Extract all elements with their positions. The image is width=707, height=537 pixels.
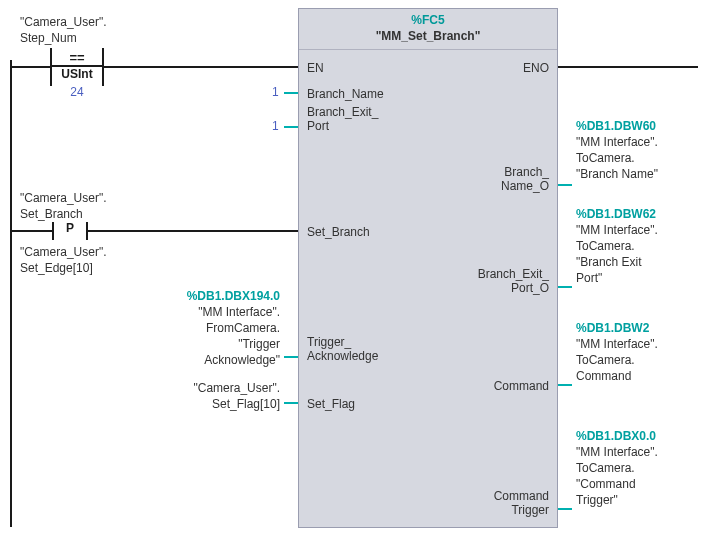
block-address: %FC5 [299, 9, 557, 29]
const-branch-exit-port: 1 [272, 118, 279, 134]
p-contact-letter: P [52, 221, 88, 235]
wire-setbranch-1 [10, 230, 52, 232]
command-trigger-addr: %DB1.DBX0.0 [576, 428, 658, 444]
port-command: Command [494, 379, 549, 393]
branch-name-o-addr: %DB1.DBW60 [576, 118, 658, 134]
cmp-type: USInt [50, 67, 104, 81]
branch-exit-port-o-addr: %DB1.DBW62 [576, 206, 658, 222]
cmp-op: == [50, 50, 104, 65]
stub-branch-exit-port [284, 126, 298, 128]
port-eno: ENO [523, 61, 549, 75]
command-sym: "MM Interface". ToCamera. Command [576, 336, 658, 384]
stub-trigger-ack [284, 356, 298, 358]
port-branch-name: Branch_Name [307, 87, 384, 101]
comparator: == USInt 24 [50, 50, 104, 99]
wire-setbranch-2 [88, 230, 298, 232]
command-operand: %DB1.DBW2 "MM Interface". ToCamera. Comm… [576, 320, 658, 384]
branch-name-o-sym: "MM Interface". ToCamera. "Branch Name" [576, 134, 658, 182]
p-contact-operand: "Camera_User". Set_Branch [20, 190, 107, 222]
trigger-ack-operand: %DB1.DBX194.0 "MM Interface". FromCamera… [160, 288, 280, 368]
stub-command [558, 384, 572, 386]
port-set-flag: Set_Flag [307, 397, 355, 411]
stub-branch-exit-port-o [558, 286, 572, 288]
port-trigger-ack: Trigger_ Acknowledge [307, 335, 378, 363]
wire-eno [558, 66, 698, 68]
cmp-value: 24 [50, 85, 104, 99]
branch-exit-port-o-sym: "MM Interface". ToCamera. "Branch Exit P… [576, 222, 658, 286]
stub-branch-name-o [558, 184, 572, 186]
set-flag-operand: "Camera_User". Set_Flag[10] [160, 380, 280, 412]
trigger-ack-addr: %DB1.DBX194.0 [160, 288, 280, 304]
branch-exit-port-o-operand: %DB1.DBW62 "MM Interface". ToCamera. "Br… [576, 206, 658, 286]
command-addr: %DB1.DBW2 [576, 320, 658, 336]
command-trigger-sym: "MM Interface". ToCamera. "Command Trigg… [576, 444, 658, 508]
branch-name-o-operand: %DB1.DBW60 "MM Interface". ToCamera. "Br… [576, 118, 658, 182]
stub-set-flag [284, 402, 298, 404]
port-command-trigger: Command Trigger [494, 489, 549, 517]
port-branch-name-o: Branch_ Name_O [501, 165, 549, 193]
wire-en-2 [104, 66, 298, 68]
cmp-operand: "Camera_User". Step_Num [20, 14, 107, 46]
stub-command-trigger [558, 508, 572, 510]
block-name: "MM_Set_Branch" [299, 29, 557, 50]
function-block: %FC5 "MM_Set_Branch" EN Branch_Name Bran… [298, 8, 558, 528]
port-en: EN [307, 61, 324, 75]
const-branch-name: 1 [272, 84, 279, 100]
wire-en-1 [10, 66, 50, 68]
trigger-ack-sym: "MM Interface". FromCamera. "Trigger Ack… [160, 304, 280, 368]
set-flag-sym: "Camera_User". Set_Flag[10] [160, 380, 280, 412]
port-set-branch: Set_Branch [307, 225, 370, 239]
command-trigger-operand: %DB1.DBX0.0 "MM Interface". ToCamera. "C… [576, 428, 658, 508]
port-branch-exit-port: Branch_Exit_ Port [307, 105, 378, 133]
power-rail-left [10, 60, 12, 527]
p-contact-edge: "Camera_User". Set_Edge[10] [20, 244, 107, 276]
port-branch-exit-port-o: Branch_Exit_ Port_O [478, 267, 549, 295]
stub-branch-name [284, 92, 298, 94]
